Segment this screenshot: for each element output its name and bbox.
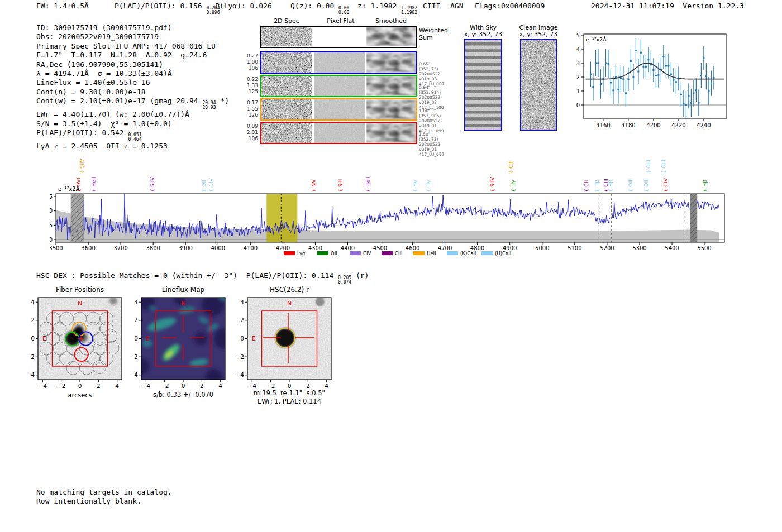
- svg-text:2: 2: [134, 317, 138, 323]
- detection-info-block: ID: 3090175719 (3090175719.pdf) Obs: 202…: [36, 23, 229, 151]
- header-flags: Flags:0x00400009: [475, 2, 545, 10]
- svg-text:5400: 5400: [665, 245, 679, 251]
- svg-text:E: E: [42, 335, 46, 342]
- info-lambda-sigma: λ = 4194.71Å σ = 10.33(±3.04)Å: [36, 69, 229, 78]
- cutout-header-smoothed: Smoothed: [365, 17, 417, 25]
- svg-text:{ SiIV: { SiIV: [79, 158, 85, 174]
- svg-text:{ CIII: { CIII: [508, 160, 514, 174]
- elixer-report-page: EW: 1.4±0.5Å P(LAE)/P(OII): 0.156 0.2640…: [0, 0, 782, 532]
- contw-stack: 20.9420.93: [202, 101, 216, 110]
- cutout-row3-left-labels: 0.171.55126: [237, 100, 258, 118]
- svg-text:5500: 5500: [697, 245, 711, 251]
- svg-text:OII: OII: [331, 251, 337, 256]
- header-qz: Q(z): 0.00 0.000.00: [290, 2, 349, 15]
- svg-text:0: 0: [576, 102, 580, 108]
- svg-text:{ OIII: { OIII: [660, 160, 666, 174]
- svg-text:0.0: 0.0: [50, 237, 53, 243]
- row2-fiber: 125: [237, 89, 258, 95]
- plae-label: P(LAE)/P(OII): 0.156: [115, 2, 202, 10]
- svg-text:3800: 3800: [146, 245, 160, 251]
- svg-text:5000: 5000: [535, 245, 549, 251]
- svg-text:2: 2: [97, 382, 101, 389]
- svg-text:3: 3: [576, 60, 580, 66]
- svg-text:−2: −2: [266, 382, 275, 389]
- svg-text:4200: 4200: [276, 245, 290, 251]
- cutout-row2-images: [260, 75, 417, 97]
- header-plae: P(LAE)/P(OII): 0.156 0.2640.096: [115, 2, 220, 15]
- svg-text:{ CII: { CII: [583, 180, 589, 192]
- svg-text:−4: −4: [248, 382, 257, 389]
- svg-text:{ OII: { OII: [201, 180, 207, 192]
- hscdex-pre: HSC-DEX : Possible Matches = 0 (within +…: [36, 271, 338, 280]
- svg-text:2.5: 2.5: [50, 222, 53, 228]
- svg-text:4: 4: [240, 299, 244, 305]
- svg-text:2: 2: [31, 317, 35, 323]
- header-z: z: 1.1982 1.19821.1982: [357, 2, 417, 15]
- info-lineflux: LineFlux = 1.40(±0.55)e-16: [36, 78, 229, 87]
- svg-text:e⁻¹⁷x2Å: e⁻¹⁷x2Å: [586, 36, 607, 42]
- row1-xy: (352, 73): [419, 66, 452, 71]
- row1-fiber: 106: [237, 65, 258, 71]
- info-cont-n: Cont(n) = 9.30(±0.00)e-18: [36, 88, 229, 97]
- svg-text:4300: 4300: [308, 245, 322, 251]
- row4-weight: 0.09: [237, 123, 258, 130]
- svg-text:{ SiIV: { SiIV: [489, 176, 495, 192]
- svg-text:{ Hγ: { Hγ: [425, 180, 431, 192]
- svg-text:e⁻¹⁷x2Å: e⁻¹⁷x2Å: [58, 185, 80, 192]
- svg-text:0: 0: [31, 335, 35, 342]
- row3-dist: 1.06": [419, 108, 452, 113]
- svg-text:2: 2: [240, 317, 244, 323]
- svg-text:3900: 3900: [178, 245, 192, 251]
- svg-text:N: N: [181, 300, 185, 307]
- info-id: ID: 3090175719 (3090175719.pdf): [36, 23, 229, 32]
- svg-text:4: 4: [31, 299, 35, 305]
- cutout-weighted-sum-row: [260, 26, 417, 48]
- plae2-pre: P(LAE)/P(OII): 0.542: [36, 128, 128, 137]
- plae-sub: 0.096: [206, 11, 220, 15]
- info-plae-poii: P(LAE)/P(OII): 0.542 0.6510.464: [36, 128, 229, 142]
- svg-text:2: 2: [200, 382, 204, 389]
- svg-text:4: 4: [325, 382, 328, 389]
- cutout-row4-images: [260, 122, 417, 144]
- svg-text:0: 0: [78, 382, 82, 389]
- svg-text:−4: −4: [28, 371, 35, 378]
- hsc-caption1: m:19.5 re:1.1" s:0.5": [245, 389, 334, 397]
- hsc-caption2: EWr: 1. PLAE: 0.114: [245, 397, 334, 405]
- weighted-line2: Sum: [419, 34, 452, 41]
- cutout-header-2dspec: 2D Spec: [260, 17, 313, 25]
- svg-text:−2: −2: [28, 353, 35, 360]
- row3-weight: 0.17: [237, 100, 258, 106]
- row1-throughput: 1.00: [237, 59, 258, 65]
- cutout-header-pixelflat: Pixel Flat: [314, 17, 367, 25]
- svg-text:3600: 3600: [81, 245, 95, 251]
- svg-text:{ NV: { NV: [311, 179, 317, 192]
- info-ewr: EWr = 4.40(±1.70) (w: 2.00(±0.77))Å: [36, 110, 229, 119]
- svg-text:HeII: HeII: [427, 251, 436, 256]
- qz-label: Q(z): 0.00: [290, 2, 334, 10]
- svg-text:4240: 4240: [697, 122, 711, 128]
- svg-text:5.0: 5.0: [50, 208, 53, 214]
- svg-text:{ CIV: { CIV: [662, 178, 669, 192]
- svg-text:E: E: [252, 335, 256, 342]
- svg-text:−2: −2: [57, 382, 65, 389]
- svg-text:4000: 4000: [211, 245, 225, 251]
- contw-pre: Cont(w) = 2.10(±0.01)e-17 (gmag 20.94: [36, 97, 202, 105]
- svg-text:7.5: 7.5: [50, 194, 53, 200]
- full-spectrum-plot: { SiIV{ OVI{ HeII{ SiIV{ OII{ CIV{ NV{ S…: [50, 148, 732, 262]
- svg-text:5: 5: [576, 32, 580, 39]
- info-radec: RA,Dec (196.907990,55.305141): [36, 60, 229, 69]
- svg-text:{ OIII: { OIII: [627, 178, 633, 192]
- footer-notes: No matching targets in catalog. Row inte…: [36, 488, 172, 505]
- row1-weight: 0.27: [237, 53, 258, 59]
- svg-text:2: 2: [576, 74, 580, 80]
- footer-line1: No matching targets in catalog.: [36, 488, 172, 497]
- svg-text:{ HeII: { HeII: [365, 176, 371, 192]
- row2-xy: (353, 914): [419, 90, 452, 95]
- svg-text:0: 0: [240, 335, 244, 342]
- hscdex-post: (r): [351, 271, 369, 280]
- qz-sub: 0.00: [338, 11, 349, 15]
- z-sub: 1.1982: [401, 11, 417, 15]
- svg-text:0: 0: [288, 382, 292, 389]
- info-cont-w: Cont(w) = 2.10(±0.01)e-17 (gmag 20.94 20…: [36, 97, 229, 110]
- svg-text:5300: 5300: [632, 245, 646, 251]
